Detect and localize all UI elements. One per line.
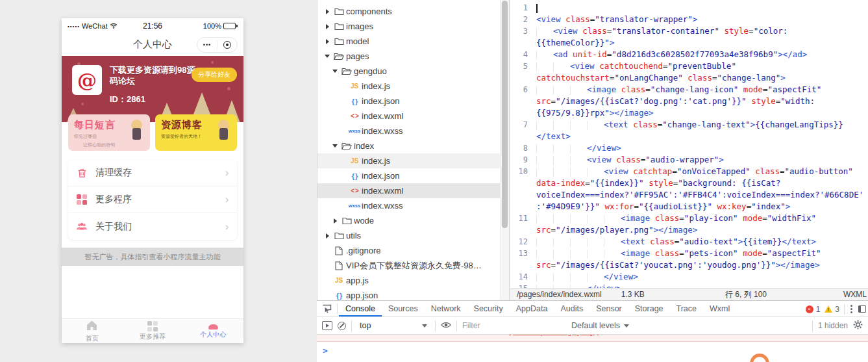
console-settings-gear-icon[interactable] xyxy=(853,320,863,332)
menu-item-label: 清理缓存 xyxy=(95,167,225,179)
tabbar-item-更多推荐[interactable]: 更多推荐 xyxy=(122,319,182,343)
tab-console[interactable]: Console xyxy=(339,301,382,317)
js-icon: JS xyxy=(347,157,362,164)
file-path-label: /pages/index/index.wxml xyxy=(517,290,602,299)
chevron-right-icon[interactable] xyxy=(330,218,340,224)
tree-item-app.js[interactable]: JSapp.js xyxy=(317,273,509,288)
code-line-12[interactable]: 12<text class="audio-text">{{item}}</tex… xyxy=(510,236,868,248)
tree-item-index.json[interactable]: { }index.json xyxy=(317,94,509,109)
error-count[interactable]: 1 xyxy=(816,305,821,314)
wxss-icon: wxss xyxy=(347,203,362,209)
tab-wxml[interactable]: Wxml xyxy=(703,301,736,317)
tab-sensor[interactable]: Sensor xyxy=(589,301,628,317)
chevron-down-icon[interactable] xyxy=(323,55,332,58)
code-line-1[interactable]: 1 xyxy=(510,2,868,14)
tab-appdata[interactable]: AppData xyxy=(510,301,554,317)
code-line-13[interactable]: 13<image class="pets-icon" mode="aspectF… xyxy=(510,248,868,271)
code-line-10[interactable]: 10<view catchtap="onVoiceTapped" class="… xyxy=(510,166,868,213)
chevron-down-icon[interactable] xyxy=(330,70,340,73)
tree-item-pages[interactable]: pages xyxy=(317,49,509,64)
code-lines[interactable]: 12<view class="translator-wrapper">3<vie… xyxy=(510,0,868,288)
folder-icon xyxy=(332,22,346,31)
tab-trace[interactable]: Trace xyxy=(670,301,704,317)
tree-item-index.wxss[interactable]: wxssindex.wxss xyxy=(317,198,509,213)
menu-item-1[interactable]: 清理缓存› xyxy=(68,160,237,187)
inspect-element-icon[interactable] xyxy=(317,301,337,317)
tree-item-images[interactable]: images xyxy=(317,19,509,34)
promo-card-2[interactable]: 资源博客资源爱好者的天地！ xyxy=(155,114,237,151)
code-line-9[interactable]: 9<view class="audio-wrapper"> xyxy=(510,154,868,166)
code-line-3[interactable]: 3<view class="translator-container" styl… xyxy=(510,25,868,49)
eye-icon[interactable] xyxy=(441,320,451,331)
chevron-right-icon[interactable] xyxy=(323,24,332,29)
tree-item-utils[interactable]: utils xyxy=(317,228,509,243)
code-line-5[interactable]: 5<view catchtouchend="preventBuble" catc… xyxy=(510,60,868,84)
tree-scrollbar[interactable] xyxy=(500,0,509,300)
tab-storage[interactable]: Storage xyxy=(628,301,670,317)
log-levels-selector[interactable]: Default levels xyxy=(571,321,629,330)
promo-card-1[interactable]: 每日短言你见过哪些让你心动的语句 xyxy=(68,114,150,151)
warning-badge-icon[interactable]: ! xyxy=(825,305,832,313)
tree-item-wode[interactable]: wode xyxy=(317,213,509,228)
tabbar-item-个人中心[interactable]: 个人中心 xyxy=(183,319,243,343)
menu-item-2[interactable]: 更多程序› xyxy=(68,187,237,213)
text-cursor xyxy=(536,4,538,13)
console-output[interactable]: at e.exports.<anonymous> (VM516 asdebug.… xyxy=(317,335,868,362)
tree-item-VIP会员下载整站资源永久免费-98素材...[interactable]: VIP会员下载整站资源永久免费-98素材... xyxy=(317,258,509,273)
wxss-icon: wxss xyxy=(347,128,362,134)
file-icon xyxy=(332,261,346,270)
tab-network[interactable]: Network xyxy=(425,301,467,317)
tab-sources[interactable]: Sources xyxy=(382,301,425,317)
tree-item-model[interactable]: model xyxy=(317,34,509,49)
filter-input[interactable] xyxy=(462,321,566,330)
tree-item-index.wxss[interactable]: wxssindex.wxss xyxy=(317,123,509,138)
share-button[interactable]: 分享给好友 xyxy=(192,68,237,82)
console-error-row[interactable]: at e.exports.<anonymous> (VM516 asdebug.… xyxy=(317,335,868,342)
code-line-15[interactable]: 15</view> xyxy=(510,283,868,288)
tree-item-label: pages xyxy=(346,51,369,61)
context-selector[interactable]: top xyxy=(357,321,430,330)
tree-item-index.wxml[interactable]: < >index.wxml xyxy=(317,109,509,123)
tree-item-gengduo[interactable]: gengduo xyxy=(317,64,509,79)
tree-item-label: index.json xyxy=(362,171,400,181)
chevron-right-icon[interactable] xyxy=(323,233,332,239)
tree-item-index[interactable]: index xyxy=(317,138,509,153)
tab-security[interactable]: Security xyxy=(467,301,510,317)
capsule-menu[interactable]: ••• xyxy=(197,37,238,53)
menu-item-3[interactable]: 关于我们› xyxy=(68,213,237,240)
clear-console-icon[interactable] xyxy=(338,322,346,330)
scrollbar-thumb[interactable] xyxy=(502,1,508,228)
tree-item-app.json[interactable]: { }app.json xyxy=(317,288,509,300)
tree-item-components[interactable]: components xyxy=(317,4,509,19)
menu-item-label: 关于我们 xyxy=(95,221,225,233)
chevron-right-icon[interactable] xyxy=(323,39,332,44)
chevron-right-icon[interactable] xyxy=(323,9,332,14)
chevron-down-icon[interactable] xyxy=(330,144,340,148)
tree-item-index.js[interactable]: JSindex.js xyxy=(317,153,509,168)
tab-audits[interactable]: Audits xyxy=(554,301,589,317)
error-source-link[interactable]: (VM516 asdebug.js:1) xyxy=(509,335,599,336)
code-line-8[interactable]: 8</view> xyxy=(510,142,868,154)
code-line-7[interactable]: 7<text class="change-lang-text">{{change… xyxy=(510,119,868,142)
warning-count[interactable]: 3 xyxy=(835,305,839,314)
code-line-content: <view catchtap="onVoiceTapped" class="au… xyxy=(536,166,868,213)
more-menu-icon[interactable]: ••• xyxy=(197,42,217,48)
dock-side-icon[interactable] xyxy=(858,305,866,313)
tree-item-.gitignore[interactable]: .gitignore xyxy=(317,243,509,258)
console-prompt[interactable]: > xyxy=(317,342,868,356)
tree-item-index.wxml[interactable]: < >index.wxml xyxy=(317,183,509,198)
code-editor[interactable]: 12<view class="translator-wrapper">3<vie… xyxy=(510,0,868,288)
kebab-menu-icon[interactable] xyxy=(849,305,854,313)
code-line-6[interactable]: 6<image class="change-lang-icon" mode="a… xyxy=(510,84,868,119)
code-line-4[interactable]: 4<ad unit-id="d8d216d3c6028502f77093a4e3… xyxy=(510,49,868,60)
exit-target-icon[interactable] xyxy=(217,41,237,49)
code-line-14[interactable]: 14</view> xyxy=(510,271,868,283)
tree-item-index.js[interactable]: JSindex.js xyxy=(317,79,509,94)
code-line-2[interactable]: 2<view class="translator-wrapper"> xyxy=(510,14,868,25)
context-label: top xyxy=(360,321,371,330)
code-line-11[interactable]: 11<image class="play-icon" mode="widthFi… xyxy=(510,213,868,236)
console-sidebar-icon[interactable] xyxy=(322,321,332,330)
error-badge-icon[interactable]: × xyxy=(806,305,813,313)
tree-item-index.json[interactable]: { }index.json xyxy=(317,168,509,183)
tabbar-item-首页[interactable]: 首页 xyxy=(62,319,122,343)
